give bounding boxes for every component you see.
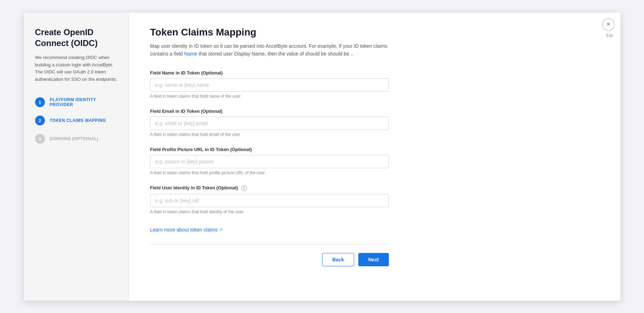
step-circle-1: 1 [35, 97, 45, 107]
external-link-icon: ↗ [219, 227, 223, 232]
step-item-token-claims[interactable]: 2 TOKEN CLAIMS MAPPING [35, 116, 118, 125]
hint-field-email: A field in token claims that hold email … [150, 132, 389, 137]
hint-field-name: A field in token claims that hold name o… [150, 94, 389, 99]
back-button[interactable]: Back [322, 253, 354, 266]
content-description: Map user identity in ID token so it can … [150, 42, 389, 58]
sidebar: Create OpenID Connect (OIDC) We recommen… [24, 13, 129, 301]
divider [150, 244, 389, 244]
step-circle-2: 2 [35, 116, 45, 125]
modal-container: × Esc Create OpenID Connect (OIDC) We re… [24, 13, 620, 301]
sidebar-description: We recommend creating OIDC when building… [35, 54, 118, 83]
hint-field-identity: A field in token claims that hold identi… [150, 209, 389, 214]
input-field-name[interactable] [150, 78, 389, 92]
content-title: Token Claims Mapping [150, 27, 599, 38]
sidebar-title: Create OpenID Connect (OIDC) [35, 27, 118, 48]
form-group-picture: Field Profile Picture URL in ID Token (O… [150, 147, 389, 175]
footer-actions: Back Next [150, 253, 389, 266]
form-group-identity: Field User Identity in ID Token (Optiona… [150, 185, 389, 214]
learn-more-link[interactable]: Learn more about token claims ↗ [150, 227, 223, 233]
label-field-picture: Field Profile Picture URL in ID Token (O… [150, 147, 389, 152]
step-circle-3: 3 [35, 134, 45, 144]
input-field-email[interactable] [150, 117, 389, 130]
input-field-picture[interactable] [150, 155, 389, 168]
step-item-platform-identity[interactable]: 1 PLATFORM IDENTITY PROVIDER [35, 97, 118, 107]
step-item-domains[interactable]: 3 DOMAINS (OPTIONAL) [35, 134, 118, 144]
form-group-name: Field Name in ID Token (Optional) A fiel… [150, 70, 389, 99]
main-content: Token Claims Mapping Map user identity i… [129, 13, 620, 301]
step-label-1: PLATFORM IDENTITY PROVIDER [50, 97, 118, 107]
step-label-3: DOMAINS (OPTIONAL) [50, 136, 99, 141]
steps-list: 1 PLATFORM IDENTITY PROVIDER 2 TOKEN CLA… [35, 97, 118, 144]
next-button[interactable]: Next [358, 253, 389, 266]
input-field-identity[interactable] [150, 194, 389, 207]
label-field-identity: Field User Identity in ID Token (Optiona… [150, 185, 389, 191]
form-group-email: Field Email in ID Token (Optional) A fie… [150, 109, 389, 137]
info-icon[interactable]: i [241, 185, 247, 191]
hint-field-picture: A field in token claims that hold profil… [150, 170, 389, 175]
label-field-email: Field Email in ID Token (Optional) [150, 109, 389, 114]
step-label-2: TOKEN CLAIMS MAPPING [50, 118, 106, 123]
label-field-name: Field Name in ID Token (Optional) [150, 70, 389, 76]
